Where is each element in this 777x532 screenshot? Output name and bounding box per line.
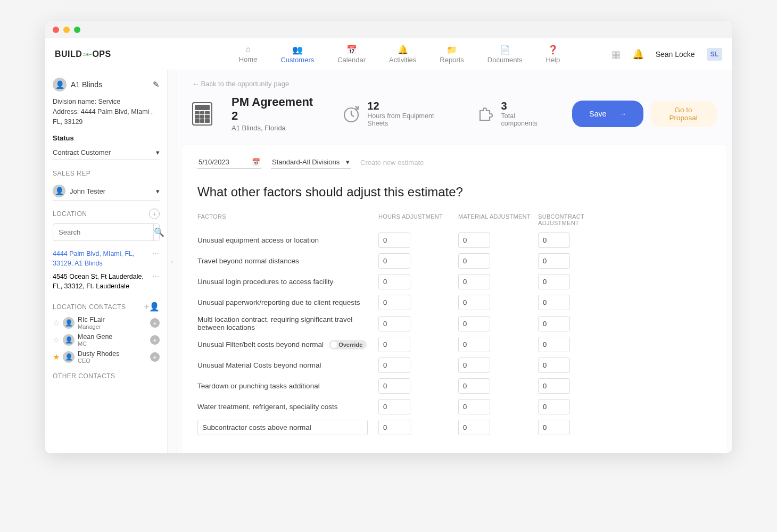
more-icon[interactable]: ⋯ <box>152 272 160 291</box>
star-icon[interactable]: ☆ <box>53 318 60 328</box>
chevron-down-icon: ▾ <box>156 187 160 195</box>
drawer-handle[interactable]: ‹ <box>168 70 177 453</box>
salesrep-select[interactable]: 👤 John Tester ▾ <box>53 181 160 201</box>
material-input[interactable] <box>458 358 490 373</box>
contact-item[interactable]: ☆ 👤 RIc FLair Manager + <box>53 316 160 330</box>
location-item[interactable]: 4444 Palm Blvd, MIami, FL, 33129, A1 Bli… <box>53 247 160 270</box>
material-input[interactable] <box>458 337 490 352</box>
material-input[interactable] <box>458 274 490 289</box>
minimize-dot[interactable] <box>63 27 70 33</box>
status-select[interactable]: Contract Customer ▾ <box>53 145 160 160</box>
nav-reports[interactable]: 📁 Reports <box>440 45 464 64</box>
factor-label: Unusual Filter/belt costs beyond normalO… <box>197 340 378 350</box>
customers-icon: 👥 <box>292 45 303 55</box>
subcontract-input[interactable] <box>538 232 570 248</box>
subcontract-input[interactable] <box>538 316 570 331</box>
factor-label[interactable]: Subcontractor costs above normal <box>197 420 368 435</box>
subcontract-input[interactable] <box>538 420 570 435</box>
subcontract-input[interactable] <box>538 358 570 373</box>
nav-customers[interactable]: 👥 Customers <box>280 45 314 64</box>
override-toggle[interactable]: Override <box>329 340 367 350</box>
contact-avatar: 👤 <box>63 317 75 329</box>
material-input[interactable] <box>458 399 490 414</box>
back-link[interactable]: ← Back to the opportunity page <box>177 70 732 88</box>
hours-input[interactable] <box>378 232 410 248</box>
add-button[interactable]: + <box>150 352 160 362</box>
nav-home[interactable]: ⌂ Home <box>239 45 258 64</box>
subcontract-input[interactable] <box>538 378 570 394</box>
col-hours: HOURS ADJUSTMENT <box>378 213 458 226</box>
subcontract-input[interactable] <box>538 295 570 310</box>
create-estimate-link[interactable]: Create new estimate <box>360 159 424 167</box>
document-icon: 📄 <box>500 45 510 55</box>
nav-documents[interactable]: 📄 Documents <box>487 45 523 64</box>
save-button[interactable]: Save → <box>572 101 643 127</box>
hours-input[interactable] <box>378 358 410 373</box>
subcontract-input[interactable] <box>538 399 570 414</box>
table-row: Water treatment, refrigerant, speciality… <box>197 399 712 414</box>
location-item[interactable]: 4545 Ocean St, Ft Lauderdale, FL, 33312,… <box>53 270 160 293</box>
col-factors: FACTORS <box>197 213 378 226</box>
salesrep-label: SALES REP <box>53 170 160 177</box>
material-input[interactable] <box>458 420 490 435</box>
contact-avatar: 👤 <box>63 351 75 363</box>
add-button[interactable]: + <box>150 335 160 345</box>
material-input[interactable] <box>458 253 490 269</box>
contact-item[interactable]: ☆ 👤 Mean Gene MC + <box>53 333 160 347</box>
search-icon[interactable]: 🔍 <box>153 224 164 240</box>
material-input[interactable] <box>458 232 490 248</box>
user-avatar-badge[interactable]: SL <box>707 48 722 61</box>
nav-help[interactable]: ❓ Help <box>546 45 560 64</box>
material-input[interactable] <box>458 295 490 310</box>
material-input[interactable] <box>458 316 490 331</box>
add-location-button[interactable]: + <box>149 209 160 219</box>
search-input[interactable] <box>53 224 153 240</box>
edit-icon[interactable]: ✎ <box>153 80 160 89</box>
more-icon[interactable]: ⋯ <box>152 250 160 268</box>
notification-icon[interactable]: 🔔 <box>632 48 644 60</box>
hours-input[interactable] <box>378 337 410 352</box>
contact-item[interactable]: ★ 👤 Dusty Rhodes CEO + <box>53 350 160 364</box>
calendar-icon: 📅 <box>346 45 357 55</box>
star-icon[interactable]: ☆ <box>53 335 60 345</box>
nav-home-label: Home <box>239 55 258 63</box>
table-row: Multi location contract, requiring signi… <box>197 315 712 331</box>
date-input[interactable]: 5/10/2023 📅 <box>197 156 261 169</box>
maximize-dot[interactable] <box>74 27 80 33</box>
subcontract-input[interactable] <box>538 337 570 352</box>
hours-input[interactable] <box>378 295 410 310</box>
subcontract-input[interactable] <box>538 274 570 289</box>
proposal-button[interactable]: Go to Proposal <box>650 101 717 127</box>
add-person-icon[interactable]: +👤 <box>144 302 160 312</box>
factor-label: Unusual equipment access or location <box>197 236 378 244</box>
add-button[interactable]: + <box>150 318 160 328</box>
hours-input[interactable] <box>378 420 410 435</box>
star-icon[interactable]: ★ <box>53 352 60 362</box>
contact-info: Mean Gene MC <box>78 333 147 347</box>
user-name[interactable]: Sean Locke <box>656 50 695 59</box>
hours-input[interactable] <box>378 253 410 269</box>
subcontract-input[interactable] <box>538 253 570 269</box>
calendar-icon: 📅 <box>252 158 260 166</box>
location-contacts-label: LOCATION CONTACTS <box>53 303 126 311</box>
folder-icon: 📁 <box>447 45 457 55</box>
date-value: 5/10/2023 <box>199 158 229 166</box>
division-select[interactable]: Standard-All Divisions ▾ <box>271 156 351 169</box>
close-dot[interactable] <box>53 27 59 33</box>
location-search: 🔍 <box>53 223 160 241</box>
hours-input[interactable] <box>378 274 410 289</box>
nav-calendar[interactable]: 📅 Calendar <box>337 45 366 64</box>
location-header: LOCATION + <box>53 209 160 219</box>
sidebar-header: 👤 A1 Blinds ✎ <box>53 78 160 92</box>
other-contacts-label: OTHER CONTACTS <box>53 372 160 380</box>
filter-row: 5/10/2023 📅 Standard-All Divisions ▾ Cre… <box>197 156 712 169</box>
hours-input[interactable] <box>378 399 410 414</box>
material-input[interactable] <box>458 378 490 394</box>
hours-input[interactable] <box>378 316 410 331</box>
nav-activities[interactable]: 🔔 Activities <box>389 45 416 64</box>
grid-icon[interactable]: ▦ <box>611 48 621 60</box>
location-text: 4444 Palm Blvd, MIami, FL, 33129, A1 Bli… <box>53 250 149 268</box>
help-icon: ❓ <box>548 45 558 55</box>
hours-input[interactable] <box>378 378 410 394</box>
puzzle-icon <box>476 104 495 123</box>
